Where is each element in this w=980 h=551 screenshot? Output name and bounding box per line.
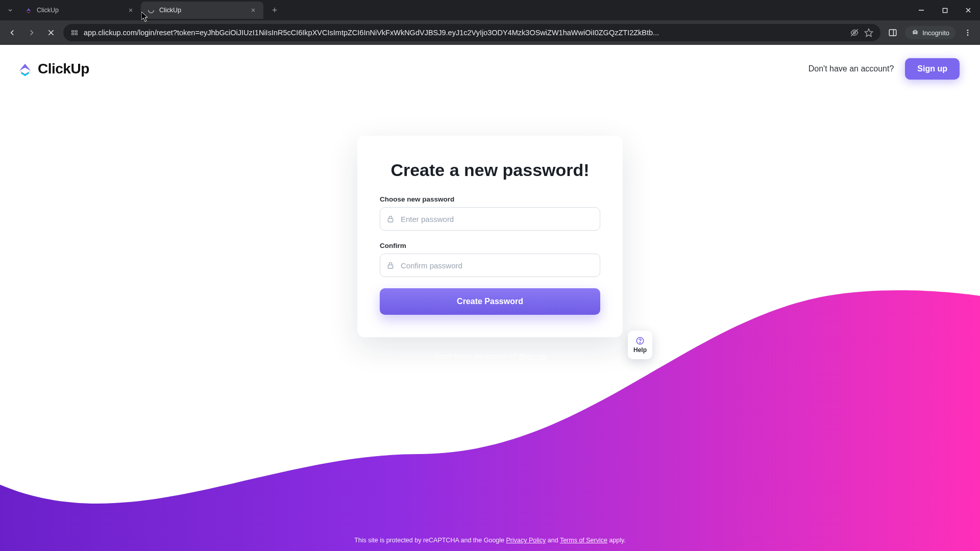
clickup-logo-icon (17, 61, 33, 77)
svg-rect-19 (388, 218, 393, 222)
tab-clickup-1[interactable]: ClickUp × (18, 2, 141, 19)
page-header: ClickUp Don't have an account? Sign up (0, 45, 980, 80)
new-tab-button[interactable]: + (267, 3, 282, 17)
brand-name: ClickUp (38, 61, 89, 77)
legal-and: and (546, 537, 560, 544)
signup-link[interactable]: Sign up (519, 352, 546, 360)
below-card-prompt: Don't have an account? Sign up (434, 352, 546, 361)
header-right: Don't have an account? Sign up (808, 58, 960, 80)
terms-of-service-link[interactable]: Terms of Service (560, 537, 607, 544)
legal-prefix: This site is protected by reCAPTCHA and … (354, 537, 506, 544)
svg-point-0 (149, 8, 154, 13)
tabs-dropdown-icon[interactable] (4, 4, 16, 16)
clickup-logo[interactable]: ClickUp (17, 61, 89, 77)
svg-point-16 (967, 30, 969, 31)
signup-question: Don't have an account? (434, 352, 519, 360)
loading-spinner-icon (147, 6, 155, 14)
new-password-label: Choose new password (380, 195, 600, 203)
svg-point-22 (640, 342, 640, 343)
browser-chrome: ClickUp × ClickUp × + (0, 0, 980, 45)
incognito-icon (911, 29, 919, 37)
tab-title: ClickUp (159, 7, 245, 14)
close-icon[interactable]: × (127, 6, 135, 14)
clickup-favicon-icon (24, 6, 33, 14)
lock-icon (386, 215, 395, 223)
legal-suffix: apply. (607, 537, 626, 544)
bookmark-star-icon[interactable] (864, 28, 873, 37)
stop-loading-icon[interactable] (44, 26, 58, 40)
forward-button[interactable] (24, 26, 39, 40)
minimize-icon[interactable] (910, 0, 933, 20)
footer-legal: This site is protected by reCAPTCHA and … (0, 537, 980, 544)
svg-rect-2 (943, 8, 947, 12)
tab-strip: ClickUp × ClickUp × + (0, 0, 980, 20)
svg-rect-10 (75, 33, 77, 35)
incognito-badge[interactable]: Incognito (905, 26, 955, 39)
card-wrap: Create a new password! Choose new passwo… (0, 136, 980, 361)
url-text: app.clickup.com/login/reset?token=eyJhbG… (84, 29, 845, 37)
back-button[interactable] (5, 26, 19, 40)
svg-rect-20 (388, 265, 393, 268)
svg-point-18 (967, 34, 969, 36)
card-title: Create a new password! (380, 160, 600, 180)
help-label: Help (633, 346, 647, 354)
svg-rect-8 (75, 31, 77, 32)
svg-rect-9 (72, 33, 74, 35)
tab-clickup-2[interactable]: ClickUp × (141, 2, 263, 19)
close-window-icon[interactable] (957, 0, 980, 20)
new-password-field[interactable] (380, 207, 600, 231)
new-password-input[interactable] (401, 215, 594, 223)
create-password-button[interactable]: Create Password (380, 288, 600, 315)
help-button[interactable]: Help (628, 331, 652, 359)
window-controls (910, 0, 980, 20)
page-content: ClickUp Don't have an account? Sign up C… (0, 45, 980, 551)
svg-point-17 (967, 32, 969, 34)
maximize-icon[interactable] (933, 0, 957, 20)
menu-icon[interactable] (961, 26, 975, 40)
confirm-password-field[interactable] (380, 254, 600, 277)
password-reset-card: Create a new password! Choose new passwo… (357, 136, 623, 337)
confirm-password-input[interactable] (401, 261, 594, 270)
address-bar[interactable]: app.clickup.com/login/reset?token=eyJhbG… (63, 24, 880, 41)
svg-rect-7 (72, 31, 74, 32)
header-question: Don't have an account? (808, 64, 894, 73)
lock-icon (386, 261, 395, 269)
close-icon[interactable]: × (249, 6, 257, 14)
svg-rect-14 (889, 30, 896, 36)
privacy-policy-link[interactable]: Privacy Policy (506, 537, 546, 544)
site-settings-icon[interactable] (70, 29, 79, 37)
signup-button[interactable]: Sign up (905, 58, 960, 80)
tab-title: ClickUp (37, 7, 122, 14)
svg-marker-13 (865, 29, 873, 37)
incognito-label: Incognito (922, 29, 949, 37)
side-panel-icon[interactable] (886, 26, 900, 40)
help-icon (635, 336, 645, 345)
eye-off-icon[interactable] (850, 28, 859, 37)
browser-toolbar: app.clickup.com/login/reset?token=eyJhbG… (0, 20, 980, 45)
confirm-password-label: Confirm (380, 242, 600, 249)
